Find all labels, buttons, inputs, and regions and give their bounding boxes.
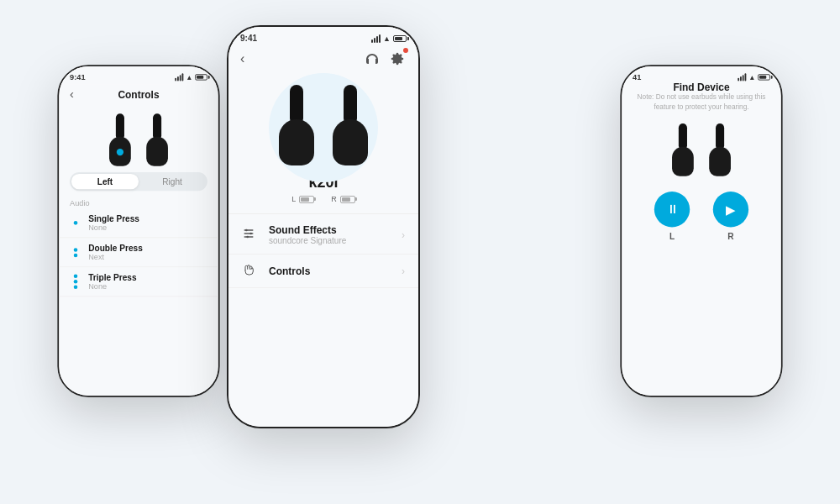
right-label: R (727, 232, 733, 241)
sound-effects-menu-item[interactable]: Sound Effects soundcore Signature › (228, 216, 418, 255)
divider (228, 213, 418, 214)
triple-press-label: Triple Press (88, 273, 136, 282)
play-icon: ▶ (726, 202, 735, 217)
center-back-button[interactable]: ‹ (240, 51, 244, 66)
controls-title: Controls (269, 265, 402, 277)
controls-text: Controls (269, 265, 402, 277)
dot-2 (73, 253, 77, 257)
left-battery-label: L (291, 195, 296, 203)
find-left-group: ⏸ L (654, 192, 690, 241)
center-earbud-pair (274, 81, 373, 165)
triple-press-indicator (70, 275, 81, 289)
pause-icon: ⏸ (666, 202, 679, 217)
settings-badge (403, 48, 408, 53)
right-wifi-icon: ▲ (748, 73, 755, 81)
right-signal-icon (738, 73, 746, 81)
dot-1 (73, 248, 77, 252)
sliders-icon (242, 227, 260, 243)
center-earbuds-illustration (228, 73, 418, 171)
headphone-icon[interactable] (363, 50, 381, 68)
phone-center: 9:41 ▲ ‹ (227, 25, 420, 428)
find-left-earbud (668, 122, 697, 176)
triple-press-item[interactable]: Triple Press None (59, 267, 218, 297)
svg-point-5 (246, 236, 249, 239)
controls-menu-item[interactable]: Controls › (228, 255, 418, 288)
find-controls: ⏸ L ▶ R (622, 184, 781, 249)
single-press-indicator (70, 221, 81, 225)
center-wifi-icon: ▲ (383, 34, 391, 43)
find-right-group: ▶ R (713, 192, 748, 241)
left-status-bar: 9:41 ▲ (59, 66, 218, 84)
battery-row: L R (228, 195, 418, 203)
dot-3 (73, 285, 77, 289)
settings-icon[interactable] (388, 50, 407, 68)
left-right-tab-switcher[interactable]: Left Right (70, 172, 207, 191)
tab-right[interactable]: Right (139, 174, 206, 189)
phone-right: 41 ▲ Find Device Note: Do not use earbud… (620, 65, 782, 397)
dot-1 (73, 221, 77, 225)
right-phone-screen: 41 ▲ Find Device Note: Do not use earbud… (622, 66, 781, 396)
single-press-text: Single Press None (88, 214, 139, 232)
center-status-bar: 9:41 ▲ (228, 27, 418, 46)
sound-effects-chevron: › (402, 229, 405, 241)
dot-2 (73, 280, 77, 284)
left-battery-icon (299, 196, 314, 203)
double-press-label: Double Press (88, 244, 143, 253)
right-earbud-image (143, 112, 172, 165)
right-battery-icon (758, 74, 770, 80)
left-status-icons: ▲ (175, 73, 207, 81)
left-label: L (669, 232, 675, 241)
double-press-value: Next (88, 253, 143, 261)
left-nav-bar: ‹ Controls (59, 84, 218, 106)
right-status-time: 41 (633, 72, 641, 81)
sound-effects-title: Sound Effects (269, 224, 402, 236)
tab-left[interactable]: Left (71, 174, 139, 189)
center-signal-icon (371, 34, 381, 43)
triple-press-value: None (88, 282, 136, 291)
left-earbud-image (105, 112, 134, 165)
controls-hand-icon (242, 263, 260, 279)
find-device-nav-title: Find Device (673, 81, 729, 93)
sound-effects-text: Sound Effects soundcore Signature (269, 224, 402, 245)
center-battery-icon (393, 35, 407, 42)
center-phone-screen: 9:41 ▲ ‹ (228, 27, 418, 427)
left-nav-title: Controls (118, 88, 159, 100)
left-battery: L (291, 195, 314, 203)
battery-icon (195, 74, 207, 80)
right-battery: R (331, 195, 355, 203)
right-nav-bar: Find Device (622, 84, 781, 92)
find-device-note: Note: Do not use earbuds while using thi… (622, 92, 781, 111)
play-button[interactable]: ▶ (713, 192, 748, 227)
dot-1 (73, 275, 77, 279)
phone-left: 9:41 ▲ ‹ Controls (57, 65, 219, 397)
find-right-earbud (706, 122, 735, 176)
center-right-earbud (327, 81, 373, 165)
back-button[interactable]: ‹ (70, 87, 74, 102)
double-press-item[interactable]: Double Press Next (59, 238, 218, 267)
triple-press-text: Triple Press None (88, 273, 136, 291)
pause-button[interactable]: ⏸ (654, 192, 690, 227)
earbuds-illustration (59, 106, 218, 169)
wifi-icon: ▲ (186, 73, 192, 81)
double-press-text: Double Press Next (88, 244, 143, 261)
center-status-icons: ▲ (371, 34, 407, 43)
right-battery-label: R (331, 195, 337, 203)
single-press-item[interactable]: Single Press None (59, 208, 218, 238)
audio-section-label: Audio (59, 196, 218, 209)
find-device-earbuds (622, 118, 781, 184)
single-press-value: None (88, 223, 139, 232)
right-status-icons: ▲ (738, 73, 770, 81)
left-status-time: 9:41 (70, 72, 85, 81)
sound-effects-subtitle: soundcore Signature (269, 236, 402, 245)
signal-icon (175, 73, 183, 81)
controls-chevron: › (402, 265, 405, 277)
double-press-indicator (70, 248, 81, 257)
right-battery-icon (340, 196, 355, 203)
center-nav-bar: ‹ (228, 46, 418, 73)
left-phone-screen: 9:41 ▲ ‹ Controls (59, 66, 218, 396)
single-press-label: Single Press (88, 214, 139, 223)
center-nav-icons (363, 50, 407, 68)
center-left-earbud (274, 81, 320, 165)
svg-point-4 (249, 233, 252, 235)
svg-point-3 (245, 229, 248, 232)
